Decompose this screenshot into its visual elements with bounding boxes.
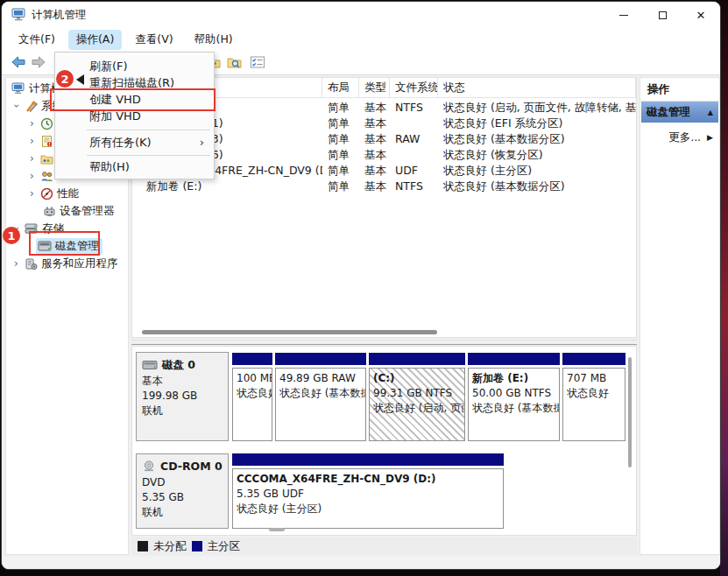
clock-icon [40,117,53,130]
annotation-box-disk-management [29,231,100,256]
action-dropdown-menu: 刷新(F) 重新扫描磁盘(R) 创建 VHD 附加 VHD 所有任务(K) › … [54,52,215,179]
menu-help[interactable]: 帮助(H) [187,30,241,50]
horizontal-scrollbar-thumb[interactable] [142,330,437,334]
menu-file[interactable]: 文件(F) [11,30,63,50]
partition-legend: 未分配 主分区 [131,537,637,555]
desktop-wallpaper-edge [720,0,728,576]
table-row[interactable]: 新加卷 (E:)简单基本NTFS状态良好 (基本数据分区) [132,179,636,194]
horizontal-scrollbar-thumb-small[interactable] [269,528,285,531]
device-manager-icon [43,205,56,218]
menu-view[interactable]: 查看(V) [127,30,180,50]
actions-pane-title: 操作 [640,78,719,102]
tree-item-performance[interactable]: › 性能 [6,185,128,202]
primary-partition-bar [232,353,272,365]
disk-drive-icon [142,360,158,370]
services-icon [25,257,38,270]
event-viewer-icon [40,135,53,148]
performance-icon [40,187,53,200]
cdrom-media[interactable]: CCCOMA_X64FRE_ZH-CN_DV9 (D:)5.35 GB UDF状… [232,453,504,529]
users-icon [40,170,53,183]
submenu-arrow-icon: ▶ [707,133,713,142]
partition-raw[interactable]: 49.89 GB RAW状态良好 (基本数据分区) [275,353,366,441]
legend-primary-label: 主分区 [208,539,241,554]
annotation-arrow-left-icon [76,74,84,85]
primary-partition-bar [562,353,626,365]
maximize-button[interactable] [643,2,682,28]
actions-group-disk-management[interactable]: 磁盘管理 ▲ [641,102,718,123]
disk-graphical-pane: 磁盘 0 基本 199.98 GB 联机 100 MB状态良好 (EFI 系统分… [131,346,637,536]
expander-closed-icon[interactable]: › [27,170,37,182]
computer-icon [11,82,25,95]
disk0-label[interactable]: 磁盘 0 基本 199.98 GB 联机 [136,352,229,441]
system-tools-icon [25,100,38,113]
actions-pane: 操作 磁盘管理 ▲ 更多... ▶ [640,77,720,555]
pane-splitter[interactable] [131,340,637,345]
expander-closed-icon[interactable]: › [27,135,37,147]
computer-management-app-icon [11,8,26,25]
tree-item-services-applications[interactable]: › 服务和应用程序 [6,255,128,272]
shared-folders-icon [40,152,53,165]
unallocated-color-swatch [138,541,148,551]
cdrom0-label[interactable]: CD-ROM 0 DVD 5.35 GB 联机 [136,453,229,529]
primary-partition-bar [275,353,366,365]
expander-closed-icon[interactable]: › [11,257,21,270]
annotation-badge-step2: 2 [56,70,74,88]
header-filesystem[interactable]: 文件系统 [390,78,438,97]
menu-item-refresh[interactable]: 刷新(F) [56,58,213,74]
minimize-button[interactable] [604,2,643,28]
properties-list-icon[interactable] [250,55,265,71]
back-button[interactable] [11,55,26,71]
annotation-box-create-vhd [50,88,216,111]
partition-e[interactable]: 新加卷 (E:)50.00 GB NTFS状态良好 (基本数据分区) [468,353,560,441]
primary-partition-color-swatch [192,541,202,551]
menu-item-help[interactable]: 帮助(H) [56,158,213,175]
forward-button[interactable] [31,55,46,71]
primary-partition-bar [369,353,465,365]
actions-more-button[interactable]: 更多... ▶ [641,128,718,147]
annotation-badge-step1: 1 [3,227,20,244]
expander-closed-icon[interactable]: › [27,117,37,130]
menu-action[interactable]: 操作(A) [68,30,122,50]
header-status[interactable]: 状态 [438,78,636,97]
computer-management-window: 计算机管理 ✕ 文件(F) 操作(A) 查看(V) 帮助(H) [2,2,720,569]
find-icon[interactable] [227,55,243,71]
menu-separator [87,155,210,156]
header-type[interactable]: 类型 [359,78,390,97]
collapse-arrow-icon[interactable]: ▲ [708,109,713,116]
menu-separator [87,130,210,130]
vertical-scrollbar-thumb[interactable] [628,357,632,467]
partition-efi[interactable]: 100 MB状态良好 (EFI 系统分区) [232,353,272,441]
menu-item-all-tasks[interactable]: 所有任务(K) › [56,134,213,151]
close-button[interactable]: ✕ [682,2,720,28]
submenu-chevron-icon: › [200,134,204,151]
partition-c-selected[interactable]: (C:)99.31 GB NTFS状态良好 (启动, 页面文件, 故障转储, 基… [369,353,465,441]
legend-unallocated-label: 未分配 [153,539,187,554]
window-controls: ✕ [604,2,720,28]
partition-recovery[interactable]: 707 MB状态良好 [562,353,626,441]
expander-closed-icon[interactable]: › [27,187,37,200]
cdrom-icon [142,460,156,472]
expander-closed-icon[interactable]: › [27,152,37,165]
header-layout[interactable]: 布局 [322,78,359,97]
expander-open-icon[interactable]: › [11,102,23,111]
primary-partition-bar [232,453,504,466]
title-bar: 计算机管理 ✕ [2,2,720,28]
primary-partition-bar [468,353,560,365]
status-bar [2,557,720,569]
tree-item-device-manager[interactable]: 设备管理器 [6,202,128,220]
window-title: 计算机管理 [32,2,87,28]
menu-bar: 文件(F) 操作(A) 查看(V) 帮助(H) [2,28,720,51]
